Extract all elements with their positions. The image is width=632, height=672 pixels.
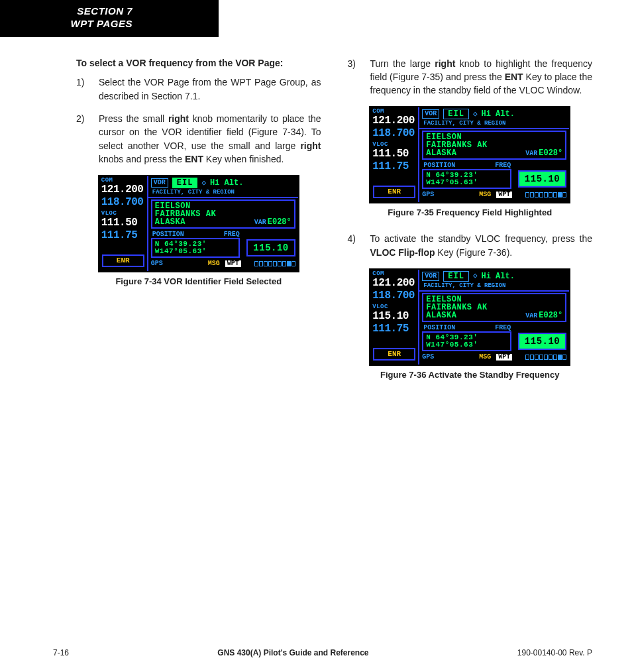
vor-symbol-icon: ◇	[473, 272, 478, 280]
ident-field: EIL	[443, 109, 469, 119]
com-standby: 118.700	[99, 197, 147, 209]
figure-34: COM 121.200 118.700 VLOC 111.50 111.75 E…	[76, 175, 321, 286]
enr-indicator: ENR	[102, 254, 144, 267]
vloc-active: 111.50	[99, 217, 147, 230]
page-indicator	[254, 261, 295, 266]
msg-annunciator: MSG	[208, 260, 220, 267]
doc-title: GNS 430(A) Pilot's Guide and Reference	[217, 648, 368, 657]
content-columns: To select a VOR frequency from the VOR P…	[0, 37, 632, 394]
figure-35: COM 121.200 118.700 VLOC 111.50 111.75 E…	[348, 106, 593, 217]
step-4: To activate the standby VLOC frequency, …	[348, 232, 593, 259]
facility-header: FACILITY, CITY & REGION	[148, 190, 298, 198]
page-footer: 7-16 GNS 430(A) Pilot's Guide and Refere…	[0, 648, 632, 657]
figure-34-caption: Figure 7-34 VOR Identifier Field Selecte…	[76, 276, 321, 286]
wpt-tag: WPT	[225, 260, 241, 267]
section-title: WPT PAGES	[26, 18, 205, 30]
steps-right-2: To activate the standby VLOC frequency, …	[348, 232, 593, 259]
freq-value-selected: 115.10	[518, 333, 566, 350]
facility-region: ALASKA	[155, 218, 185, 226]
vloc-standby: 111.75	[99, 230, 147, 243]
section-header: SECTION 7 WPT PAGES	[0, 0, 219, 37]
ident-field-selected: EIL	[172, 178, 198, 188]
right-column: Turn the large right knob to highlight t…	[348, 57, 593, 394]
vloc-label: VLOC	[99, 209, 147, 217]
page-number: 7-16	[53, 648, 69, 657]
step-3: Turn the large right knob to highlight t…	[348, 57, 593, 97]
gps-screen-34: COM 121.200 118.700 VLOC 111.50 111.75 E…	[98, 175, 299, 272]
gps-label: GPS	[151, 260, 163, 267]
vor-symbol-icon: ◇	[473, 111, 478, 118]
step-2: Press the small right knob momentarily t…	[76, 112, 321, 166]
figure-35-caption: Figure 7-35 Frequency Field Highlighted	[348, 207, 593, 217]
gps-screen-35: COM 121.200 118.700 VLOC 111.50 111.75 E…	[369, 106, 570, 203]
steps-left: Select the VOR Page from the WPT Page Gr…	[76, 76, 321, 166]
var-value: E028°	[268, 217, 291, 227]
left-column: To select a VOR frequency from the VOR P…	[76, 57, 321, 394]
position-header: POSITION	[152, 231, 184, 238]
vloc-active-new: 115.10	[370, 310, 418, 323]
var-label: VAR	[254, 219, 266, 226]
longitude: W147°05.63'	[155, 248, 237, 255]
vor-tag: VOR	[151, 178, 168, 188]
section-number: SECTION 7	[26, 5, 205, 18]
vor-symbol-icon: ◇	[201, 180, 206, 187]
com-label: COM	[99, 176, 147, 184]
freq-value-selected: 115.10	[518, 170, 566, 188]
gps-screen-36: COM 121.200 118.700 VLOC 115.10 111.75 E…	[369, 268, 570, 366]
steps-right: Turn the large right knob to highlight t…	[348, 57, 593, 97]
figure-36: COM 121.200 118.700 VLOC 115.10 111.75 E…	[348, 268, 593, 380]
vor-class: Hi Alt.	[210, 179, 243, 187]
step-1: Select the VOR Page from the WPT Page Gr…	[76, 76, 321, 103]
freq-value: 115.10	[246, 239, 295, 256]
figure-36-caption: Figure 7-36 Activate the Standby Frequen…	[348, 370, 593, 380]
freq-header: FREQ	[224, 231, 240, 238]
com-active: 121.200	[99, 184, 147, 197]
procedure-heading: To select a VOR frequency from the VOR P…	[76, 57, 321, 70]
doc-revision: 190-00140-00 Rev. P	[517, 648, 592, 657]
